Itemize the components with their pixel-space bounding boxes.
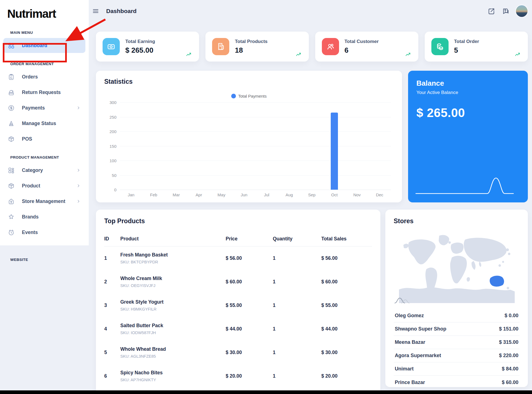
stores-map [394, 229, 520, 304]
bar-chart-plot: 050100150200250300 [120, 102, 391, 190]
top-products-table: IDProductPriceQuantityTotal Sales1Fresh … [104, 232, 372, 388]
user-avatar[interactable] [516, 5, 528, 17]
sidebar-item-pos[interactable]: POS [3, 131, 85, 146]
product-name: Fresh Mango Basket [120, 252, 226, 258]
alarm-clock-icon [8, 229, 15, 236]
chart-x-tick: May [210, 192, 233, 197]
sidebar-item-store-management[interactable]: Store Management [3, 194, 85, 209]
sidebar-item-dashboard[interactable]: Dashboard [3, 38, 85, 53]
balance-amount: $ 265.00 [416, 106, 520, 120]
bottom-black-bar [0, 390, 532, 394]
table-header-row: IDProductPriceQuantityTotal Sales [104, 232, 372, 246]
cell-price: $ 30.00 [226, 350, 273, 355]
stat-value: 6 [345, 46, 379, 55]
chart-x-tick: Feb [142, 192, 165, 197]
table-row: 3Greek Style YogurtSKU: H9MKGYFILR$ 55.0… [104, 294, 372, 317]
column-header-id: ID [104, 236, 120, 242]
sidebar-item-category[interactable]: Category [3, 163, 85, 178]
cash-icon [103, 38, 120, 55]
return-box-icon [8, 89, 15, 96]
store-value: $ 315.00 [499, 339, 518, 345]
chart-x-tick: Jul [255, 192, 278, 197]
app-logo: Nutrimart [0, 4, 89, 22]
table-row: 5Whole Wheat BreadSKU: AGL3NFZE85$ 30.00… [104, 341, 372, 364]
store-row: Prince Bazar$ 60.00 [394, 376, 520, 389]
dashboard-icon [8, 42, 15, 49]
bottom-row: Top Products IDProductPriceQuantityTotal… [96, 210, 528, 394]
store-row: Shwapno Super Shop$ 151.00 [394, 322, 520, 336]
sidebar: Nutrimart MAIN MENUDashboardORDER MANAGE… [0, 0, 89, 262]
sidebar-item-label: Payments [22, 105, 45, 111]
chart-gridline [120, 175, 391, 176]
table-row: 6Spicy Nacho BitesSKU: AP7HGNIKTY$ 20.00… [104, 364, 372, 388]
table-row: 1Fresh Mango BasketSKU: BKTCPBYPDR$ 56.0… [104, 246, 372, 270]
chart-gridline [120, 117, 391, 117]
product-name: Salted Butter Pack [120, 323, 226, 329]
map-hills-icon [394, 297, 414, 304]
cell-quantity: 1 [273, 279, 321, 285]
sidebar-item-product[interactable]: Product [3, 178, 85, 193]
hamburger-menu-icon[interactable] [92, 7, 99, 15]
store-name: Shwapno Super Shop [395, 326, 446, 332]
store-list: Oleg Gomez$ 0.00Shwapno Super Shop$ 151.… [394, 309, 520, 389]
package-icon [8, 182, 15, 189]
stat-card-total-products: Total Products18 [205, 32, 309, 62]
home-pin-icon [8, 198, 15, 205]
chart-y-tick: 300 [104, 100, 116, 105]
chart-legend: Total Payments [104, 94, 394, 98]
external-link-icon[interactable] [488, 7, 495, 15]
chevron-right-icon [76, 105, 81, 110]
stat-value: $ 265.00 [125, 46, 155, 55]
cell-id: 6 [104, 373, 120, 379]
chart-x-tick: Oct [323, 192, 346, 197]
page-title: Dashboard [106, 8, 137, 14]
chart-x-tick: Nov [346, 192, 368, 197]
sidebar-item-events[interactable]: Events [3, 225, 85, 240]
store-value: $ 60.00 [502, 380, 518, 385]
product-sku: SKU: OEGYISVJFJ [120, 283, 226, 288]
users-icon [322, 38, 339, 55]
cell-total-sales: $ 30.00 [321, 350, 372, 355]
balance-sparkline [415, 176, 515, 195]
trend-up-icon [515, 52, 521, 58]
chart-x-tick: Jun [233, 192, 256, 197]
sidebar-item-payments[interactable]: Payments [3, 100, 85, 115]
chart-x-tick: Sep [301, 192, 323, 197]
sidebar-item-label: Brands [22, 214, 39, 220]
receipt-icon [212, 38, 229, 55]
legend-label: Total Payments [238, 94, 267, 98]
dashboard-page: Nutrimart MAIN MENUDashboardORDER MANAGE… [0, 0, 532, 394]
chart-gridline [120, 131, 391, 132]
product-sku: SKU: IODW587FJH [120, 331, 226, 335]
sidebar-item-manage-status[interactable]: Manage Status [3, 116, 85, 131]
stat-card-total-customer: Total Customer6 [315, 32, 418, 62]
chart-y-tick: 100 [104, 158, 116, 163]
sidebar-item-label: Orders [22, 74, 38, 80]
store-row: Meena Bazar$ 315.00 [394, 336, 520, 349]
chart-x-tick: Apr [188, 192, 210, 197]
cell-id: 3 [104, 303, 120, 308]
column-header-price: Price [226, 236, 273, 242]
funnel-icon [8, 120, 15, 127]
chart-x-tick: Jan [120, 192, 142, 197]
cell-price: $ 55.00 [226, 303, 273, 308]
store-name: Meena Bazar [395, 339, 425, 345]
cell-total-sales: $ 55.00 [321, 303, 372, 308]
sidebar-section-main-menu: MAIN MENU [0, 22, 89, 37]
package-icon [8, 136, 15, 143]
topbar: Dashboard [89, 0, 532, 22]
cell-quantity: 1 [273, 326, 321, 332]
cell-total-sales: $ 20.00 [321, 373, 372, 379]
product-sku: SKU: H9MKGYFILR [120, 307, 226, 311]
sidebar-item-brands[interactable]: Brands [3, 209, 85, 224]
store-row: Agora Supermarket$ 220.00 [394, 349, 520, 362]
chevron-right-icon [76, 168, 81, 173]
product-sku: SKU: BKTCPBYPDR [120, 260, 226, 264]
sidebar-item-label: Events [22, 230, 38, 235]
sidebar-item-orders[interactable]: Orders [3, 69, 85, 84]
sidebar-item-return-requests[interactable]: Return Requests [3, 85, 85, 100]
trend-up-icon [405, 52, 411, 58]
help-chat-icon[interactable] [502, 7, 509, 15]
star-icon [8, 213, 15, 220]
store-value: $ 220.00 [499, 353, 518, 359]
